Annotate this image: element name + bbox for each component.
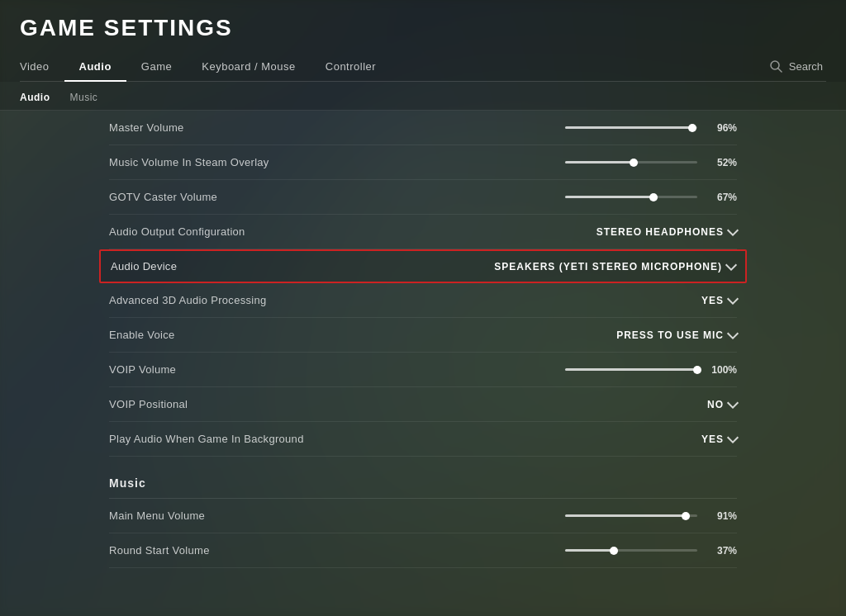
- slider-round-start-volume[interactable]: 37%: [565, 545, 737, 557]
- slider-fill-voip-volume: [565, 368, 697, 371]
- sub-tab-music[interactable]: Music: [70, 87, 112, 110]
- setting-label-3d-audio: Advanced 3D Audio Processing: [109, 294, 267, 306]
- slider-track-gotv[interactable]: [565, 196, 697, 198]
- setting-row-audio-device: Audio Device SPEAKERS (YETI STEREO MICRO…: [99, 249, 747, 283]
- setting-label-play-audio-bg: Play Audio When Game In Background: [109, 433, 304, 445]
- 3d-audio-value: YES: [701, 295, 724, 306]
- chevron-down-icon-play-audio-bg: [727, 432, 739, 443]
- music-section-header: Music: [109, 457, 737, 499]
- chevron-down-icon-3d-audio: [727, 293, 739, 305]
- slider-value-master-volume: 96%: [707, 122, 737, 134]
- slider-fill-round-start-volume: [565, 549, 614, 552]
- audio-device-value: SPEAKERS (YETI STEREO MICROPHONE): [494, 261, 722, 272]
- slider-value-voip-volume: 100%: [707, 364, 737, 376]
- slider-thumb-round-start-volume: [610, 547, 618, 555]
- setting-row-gotv: GOTV Caster Volume 67%: [109, 180, 737, 215]
- slider-fill-music-steam: [565, 161, 634, 163]
- setting-label-master-volume: Master Volume: [109, 121, 184, 134]
- setting-row-master-volume: Master Volume 96%: [109, 111, 737, 145]
- slider-track-voip-volume[interactable]: [565, 368, 697, 371]
- header: GAME SETTINGS Video Audio Game Keyboard …: [0, 0, 846, 82]
- chevron-down-icon-voip-positional: [727, 397, 739, 409]
- slider-track-music-steam[interactable]: [565, 161, 697, 163]
- setting-value-audio-device[interactable]: SPEAKERS (YETI STEREO MICROPHONE): [494, 261, 735, 272]
- setting-label-voip-positional: VOIP Positional: [109, 398, 188, 410]
- setting-row-play-audio-bg: Play Audio When Game In Background YES: [109, 422, 737, 457]
- main-nav: Video Audio Game Keyboard / Mouse Contro…: [20, 53, 826, 82]
- slider-thumb-voip-volume: [693, 366, 701, 374]
- setting-value-enable-voice[interactable]: PRESS TO USE MIC: [616, 329, 737, 341]
- setting-row-main-menu-volume: Main Menu Volume 91%: [109, 499, 737, 533]
- slider-value-music-steam: 52%: [707, 157, 737, 168]
- slider-master-volume[interactable]: 96%: [565, 122, 737, 134]
- slider-value-round-start-volume: 37%: [707, 545, 737, 557]
- slider-track-master-volume[interactable]: [565, 126, 697, 129]
- setting-label-voip-volume: VOIP Volume: [109, 363, 176, 376]
- setting-label-enable-voice: Enable Voice: [109, 329, 175, 341]
- play-audio-bg-value: YES: [701, 434, 724, 445]
- setting-row-enable-voice: Enable Voice PRESS TO USE MIC: [109, 318, 737, 353]
- setting-value-play-audio-bg[interactable]: YES: [701, 434, 737, 445]
- chevron-down-icon-enable-voice: [727, 328, 739, 339]
- slider-thumb-main-menu-volume: [682, 512, 690, 520]
- setting-value-3d-audio[interactable]: YES: [701, 295, 737, 306]
- setting-row-voip-positional: VOIP Positional NO: [109, 387, 737, 422]
- slider-voip-volume[interactable]: 100%: [565, 364, 737, 376]
- audio-output-value: STEREO HEADPHONES: [596, 226, 724, 238]
- voip-positional-value: NO: [707, 399, 724, 410]
- slider-track-round-start-volume[interactable]: [565, 549, 697, 552]
- sub-nav: Audio Music: [0, 82, 846, 111]
- search-icon: [769, 59, 782, 73]
- slider-value-gotv: 67%: [707, 192, 737, 203]
- main-container: GAME SETTINGS Video Audio Game Keyboard …: [0, 0, 846, 616]
- setting-label-round-start-volume: Round Start Volume: [109, 544, 210, 557]
- chevron-down-icon-audio-device: [725, 259, 737, 271]
- setting-value-audio-output[interactable]: STEREO HEADPHONES: [596, 226, 737, 238]
- setting-label-audio-output: Audio Output Configuration: [109, 225, 245, 238]
- setting-row-voip-volume: VOIP Volume 100%: [109, 353, 737, 387]
- setting-label-gotv: GOTV Caster Volume: [109, 191, 217, 203]
- tab-video[interactable]: Video: [20, 54, 64, 81]
- setting-label-audio-device: Audio Device: [111, 260, 177, 272]
- settings-content: Master Volume 96% Music Volume In Steam …: [0, 111, 846, 616]
- tab-game[interactable]: Game: [126, 54, 187, 81]
- sub-tab-audio[interactable]: Audio: [20, 87, 64, 110]
- slider-track-main-menu-volume[interactable]: [565, 514, 697, 517]
- slider-fill-main-menu-volume: [565, 514, 686, 517]
- setting-label-main-menu-volume: Main Menu Volume: [109, 509, 205, 522]
- tab-audio[interactable]: Audio: [64, 54, 126, 81]
- slider-value-main-menu-volume: 91%: [707, 510, 737, 522]
- slider-thumb-music-steam: [630, 159, 638, 167]
- page-title: GAME SETTINGS: [20, 15, 826, 41]
- slider-thumb-master-volume: [688, 124, 696, 132]
- slider-main-menu-volume[interactable]: 91%: [565, 510, 737, 522]
- setting-row-audio-output: Audio Output Configuration STEREO HEADPH…: [109, 215, 737, 249]
- enable-voice-value: PRESS TO USE MIC: [616, 329, 724, 341]
- setting-value-voip-positional[interactable]: NO: [707, 399, 737, 410]
- settings-list: Master Volume 96% Music Volume In Steam …: [109, 111, 737, 568]
- slider-gotv[interactable]: 67%: [565, 192, 737, 203]
- chevron-down-icon-audio-output: [727, 225, 739, 236]
- setting-row-music-steam: Music Volume In Steam Overlay 52%: [109, 145, 737, 180]
- tab-keyboard-mouse[interactable]: Keyboard / Mouse: [187, 54, 311, 81]
- slider-music-steam[interactable]: 52%: [565, 157, 737, 168]
- setting-row-3d-audio: Advanced 3D Audio Processing YES: [109, 283, 737, 318]
- search-button[interactable]: Search: [766, 53, 826, 81]
- tab-controller[interactable]: Controller: [311, 54, 391, 81]
- slider-fill-gotv: [565, 196, 654, 198]
- setting-row-round-start-volume: Round Start Volume 37%: [109, 533, 737, 568]
- svg-line-1: [778, 69, 782, 72]
- slider-thumb-gotv: [649, 193, 658, 201]
- search-label: Search: [789, 60, 823, 73]
- setting-label-music-steam: Music Volume In Steam Overlay: [109, 156, 269, 168]
- slider-fill-master-volume: [565, 126, 692, 129]
